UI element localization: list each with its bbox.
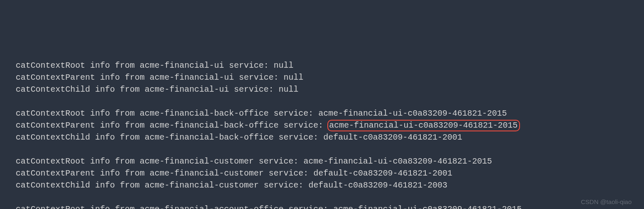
log-value: null — [284, 73, 303, 82]
log-output: catContextRoot info from acme-financial-… — [16, 59, 644, 209]
log-block: catContextRoot info from acme-financial-… — [16, 155, 644, 191]
log-line: catContextParent info from acme-financia… — [16, 167, 644, 179]
log-value: acme-financial-ui-c0a83209-461821-2015 — [303, 157, 492, 166]
log-line: catContextChild info from acme-financial… — [16, 131, 644, 143]
log-line: catContextRoot info from acme-financial-… — [16, 203, 644, 209]
log-line: catContextParent info from acme-financia… — [16, 71, 644, 83]
log-prefix: catContextRoot info from acme-financial-… — [16, 204, 333, 209]
log-line: catContextParent info from acme-financia… — [16, 119, 644, 131]
log-prefix: catContextParent info from acme-financia… — [16, 121, 328, 130]
log-prefix: catContextRoot info from acme-financial-… — [16, 109, 318, 118]
log-block: catContextRoot info from acme-financial-… — [16, 59, 644, 95]
log-value: null — [279, 85, 298, 94]
log-value: null — [274, 61, 293, 70]
log-line: catContextRoot info from acme-financial-… — [16, 107, 644, 119]
log-line: catContextRoot info from acme-financial-… — [16, 59, 644, 71]
log-line: catContextRoot info from acme-financial-… — [16, 155, 644, 167]
watermark: CSDN @taoli-qiao — [581, 197, 632, 207]
log-prefix: catContextChild info from acme-financial… — [16, 180, 308, 190]
log-prefix: catContextRoot info from acme-financial-… — [16, 157, 303, 166]
log-value: default-c0a83209-461821-2003 — [308, 180, 447, 190]
log-prefix: catContextParent info from acme-financia… — [16, 73, 284, 82]
log-value-highlighted: acme-financial-ui-c0a83209-461821-2015 — [327, 120, 520, 131]
log-line: catContextChild info from acme-financial… — [16, 179, 644, 191]
log-prefix: catContextParent info from acme-financia… — [16, 169, 313, 178]
log-block: catContextRoot info from acme-financial-… — [16, 107, 644, 143]
log-value: acme-financial-ui-c0a83209-461821-2015 — [333, 204, 522, 209]
log-prefix: catContextChild info from acme-financial… — [16, 133, 323, 142]
log-prefix: catContextChild info from acme-financial… — [16, 85, 279, 94]
log-value: acme-financial-ui-c0a83209-461821-2015 — [318, 109, 507, 118]
log-block: catContextRoot info from acme-financial-… — [16, 203, 644, 209]
log-value: default-c0a83209-461821-2001 — [323, 133, 462, 142]
log-line: catContextChild info from acme-financial… — [16, 83, 644, 95]
log-prefix: catContextRoot info from acme-financial-… — [16, 61, 274, 70]
log-value: default-c0a83209-461821-2001 — [313, 169, 452, 178]
